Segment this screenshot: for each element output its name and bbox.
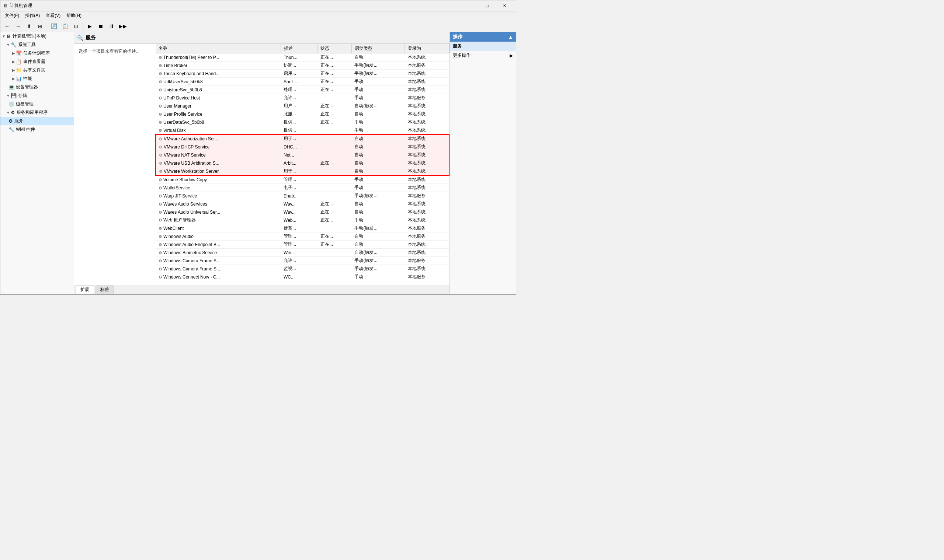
table-row[interactable]: ⚙VMware NAT ServiceNet...自动本地系统	[156, 151, 449, 159]
sidebar-item-root[interactable]: ▼ 🖥 计算机管理(本地)	[0, 32, 74, 40]
table-row[interactable]: ⚙Windows Camera Frame S...允许...手动(触发...本…	[156, 257, 449, 265]
col-login[interactable]: 登录为	[405, 44, 449, 54]
sidebar-item-storage[interactable]: ▼ 💾 存储	[0, 91, 74, 100]
sidebar-item-system-tools[interactable]: ▼ 🔧 系统工具	[0, 40, 74, 49]
table-row[interactable]: ⚙Windows Camera Frame S...监视...手动(触发...本…	[156, 265, 449, 273]
sidebar-item-wmi[interactable]: 🔧 WMI 控件	[0, 125, 74, 134]
table-row[interactable]: ⚙Waves Audio Universal Ser...Wav...正在...…	[156, 208, 449, 216]
table-row[interactable]: ⚙Waves Audio ServicesWav...正在...自动本地系统	[156, 200, 449, 208]
table-row[interactable]: ⚙VMware Authorization Ser...用于...自动本地系统	[156, 134, 449, 143]
table-row[interactable]: ⚙WalletService电子...手动本地系统	[156, 184, 449, 192]
table-row[interactable]: ⚙Windows Audio Endpoint B...管理...正在...自动…	[156, 241, 449, 249]
service-gear-icon: ⚙	[159, 55, 162, 60]
back-button[interactable]: ←	[2, 22, 12, 31]
storage-expand-icon: ▼	[2, 94, 10, 98]
forward-button[interactable]: →	[13, 22, 23, 31]
task-scheduler-icon: 📅	[16, 51, 22, 56]
table-row[interactable]: ⚙Touch Keyboard and Hand...启用...正在...手动(…	[156, 70, 449, 78]
maximize-button[interactable]: □	[479, 2, 495, 10]
menu-view[interactable]: 查看(V)	[43, 12, 63, 20]
root-expand-icon: ▼	[2, 34, 6, 38]
table-row[interactable]: ⚙UnistoreSvc_5b0b8处理...正在...手动本地系统	[156, 86, 449, 94]
table-row[interactable]: ⚙Time Broker协调...正在...手动(触发...本地服务	[156, 62, 449, 70]
service-login-cell: 本地系统	[405, 118, 449, 126]
service-startup-cell: 自动	[352, 159, 404, 167]
table-row[interactable]: ⚙VMware USB Arbitration S...Arbit...正在..…	[156, 159, 449, 167]
table-row[interactable]: ⚙Volume Shadow Copy管理...手动本地系统	[156, 175, 449, 184]
service-desc-cell: Thun...	[281, 54, 318, 62]
table-row[interactable]: ⚙User Profile Service此服...正在...自动本地系统	[156, 110, 449, 118]
properties-button[interactable]: ⊡	[71, 22, 81, 31]
table-row[interactable]: ⚙User Manager用户...正在...自动(触发...本地系统	[156, 102, 449, 110]
menu-file[interactable]: 文件(F)	[2, 12, 22, 20]
tab-expand[interactable]: 扩展	[76, 286, 94, 294]
minimize-button[interactable]: ─	[462, 2, 478, 10]
services-table-area[interactable]: 名称 描述 状态 启动类型 登录为 ⚙Thunderbolt(TM) Peer …	[155, 44, 449, 285]
col-status[interactable]: 状态	[318, 44, 352, 54]
service-status-cell: 正在...	[318, 110, 352, 118]
table-row[interactable]: ⚙Thunderbolt(TM) Peer to P...Thun...正在..…	[156, 54, 449, 62]
table-row[interactable]: ⚙UdkUserSvc_5b0b8Shell...正在...手动本地系统	[156, 78, 449, 86]
system-tools-icon: 🔧	[11, 42, 17, 48]
service-name-cell: ⚙Time Broker	[156, 62, 281, 70]
sidebar-item-device-manager[interactable]: 💻 设备管理器	[0, 83, 74, 91]
menu-help[interactable]: 帮助(H)	[63, 12, 85, 20]
start-service-button[interactable]: ▶	[85, 22, 95, 31]
service-desc-cell: 允许...	[281, 94, 318, 102]
sidebar-item-task-scheduler[interactable]: ▶ 📅 任务计划程序	[0, 49, 74, 57]
table-row[interactable]: ⚙VMware DHCP ServiceDHC...自动本地系统	[156, 143, 449, 151]
right-panel-collapse-icon[interactable]: ▲	[508, 34, 513, 40]
service-name-text: Time Broker	[164, 63, 187, 68]
service-name-text: VMware Authorization Ser...	[164, 136, 218, 142]
service-desc-cell: Wav...	[281, 208, 318, 216]
title-buttons: ─ □ ✕	[462, 2, 513, 10]
sidebar-item-services-apps[interactable]: ▼ ⚙ 服务和应用程序	[0, 108, 74, 117]
close-button[interactable]: ✕	[496, 2, 513, 10]
service-gear-icon: ⚙	[159, 242, 162, 247]
table-row[interactable]: ⚙WebClient使基...手动(触发...本地服务	[156, 225, 449, 232]
sidebar-item-disk-management[interactable]: 💿 磁盘管理	[0, 100, 74, 108]
service-desc-cell: Wav...	[281, 200, 318, 208]
service-name-cell: ⚙Web 帐户管理器	[156, 216, 281, 225]
table-row[interactable]: ⚙Warp JIT ServiceEnab...手动(触发...本地服务	[156, 192, 449, 200]
separator1	[47, 23, 47, 30]
service-desc-cell: 用于...	[281, 167, 318, 176]
service-desc-cell: 管理...	[281, 232, 318, 241]
menu-action[interactable]: 操作(A)	[22, 12, 43, 20]
bottom-tabs: 扩展 标准	[74, 285, 449, 294]
table-row[interactable]: ⚙Virtual Disk提供...手动本地系统	[156, 126, 449, 135]
service-name-text: UnistoreSvc_5b0b8	[164, 87, 202, 92]
shared-folders-expand-icon: ▶	[2, 68, 15, 72]
table-row[interactable]: ⚙Windows Biometric ServiceWin...自动(触发...…	[156, 249, 449, 257]
pause-service-button[interactable]: ⏸	[106, 22, 117, 31]
service-startup-cell: 手动	[352, 86, 404, 94]
table-row[interactable]: ⚙UserDataSvc_5b0b8提供...正在...手动本地系统	[156, 118, 449, 126]
table-row[interactable]: ⚙Web 帐户管理器Web...正在...手动本地系统	[156, 216, 449, 225]
table-row[interactable]: ⚙VMware Workstation Server用于...自动本地系统	[156, 167, 449, 176]
table-row[interactable]: ⚙Windows Connect Now - C...WC...手动本地服务	[156, 273, 449, 281]
service-gear-icon: ⚙	[159, 71, 162, 76]
service-name-text: Thunderbolt(TM) Peer to P...	[164, 55, 219, 60]
table-row[interactable]: ⚙UPnP Device Host允许...手动本地服务	[156, 94, 449, 102]
service-startup-cell: 手动(触发...	[352, 192, 404, 200]
stop-service-button[interactable]: ⏹	[96, 22, 106, 31]
sidebar-item-event-viewer[interactable]: ▶ 📋 事件查看器	[0, 57, 74, 66]
sidebar-item-services[interactable]: ⚙ 服务	[0, 117, 74, 125]
right-panel-more-actions[interactable]: 更多操作 ▶	[450, 51, 516, 60]
table-row[interactable]: ⚙Windows Audio管理...正在...自动本地服务	[156, 232, 449, 241]
tab-standard[interactable]: 标准	[96, 286, 114, 294]
service-status-cell	[318, 192, 352, 200]
restart-service-button[interactable]: ▶▶	[118, 22, 128, 31]
sidebar-item-performance[interactable]: ▶ 📊 性能	[0, 74, 74, 83]
sidebar-item-shared-folders[interactable]: ▶ 📁 共享文件夹	[0, 66, 74, 74]
col-desc[interactable]: 描述	[281, 44, 318, 54]
col-name[interactable]: 名称	[156, 44, 281, 54]
col-startup[interactable]: 启动类型	[352, 44, 404, 54]
show-hide-button[interactable]: ⊞	[35, 22, 45, 31]
service-login-cell: 本地服务	[405, 94, 449, 102]
service-name-cell: ⚙Windows Camera Frame S...	[156, 257, 281, 265]
up-button[interactable]: ⬆	[24, 22, 34, 31]
export-button[interactable]: 📋	[60, 22, 70, 31]
service-desc-cell: DHC...	[281, 143, 318, 151]
refresh-button[interactable]: 🔄	[49, 22, 59, 31]
